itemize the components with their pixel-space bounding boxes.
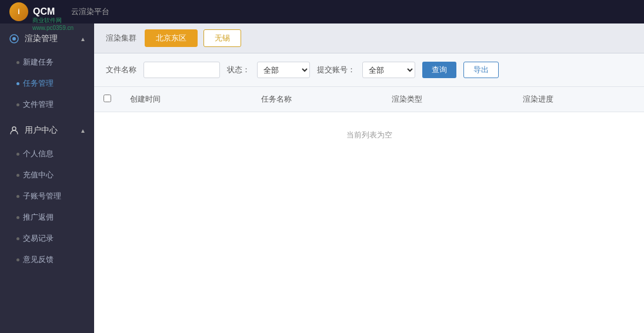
bullet-transactions <box>16 237 19 240</box>
empty-tip: 当前列表为空 <box>94 112 644 159</box>
feedback-label: 意见反馈 <box>23 254 54 265</box>
empty-row: 当前列表为空 <box>94 112 644 159</box>
svg-point-1 <box>12 37 16 41</box>
submit-account-select[interactable]: 全部 <box>362 62 415 78</box>
table-header-row: 创建时间 任务名称 渲染类型 渲染进度 <box>94 87 644 112</box>
task-manage-label: 任务管理 <box>23 78 54 89</box>
recharge-label: 充值中心 <box>23 170 54 180</box>
sidebar-group-user-center[interactable]: 用户中心 ▲ <box>0 117 94 143</box>
cluster-bar: 渲染集群 北京东区 无锡 <box>94 23 644 53</box>
sidebar-item-personal-info[interactable]: 个人信息 <box>0 143 94 164</box>
sidebar-section-render: 渲染管理 ▲ 新建任务 任务管理 文件管理 <box>0 26 94 115</box>
sidebar-item-file-manage[interactable]: 文件管理 <box>0 94 94 115</box>
table-body: 当前列表为空 <box>94 112 644 159</box>
cluster-label: 渲染集群 <box>106 33 136 43</box>
file-name-input[interactable] <box>144 62 220 78</box>
logo-area: i QCM 云渲染平台 <box>9 2 109 21</box>
sidebar: 渲染管理 ▲ 新建任务 任务管理 文件管理 <box>0 23 94 333</box>
bullet-referral <box>16 216 19 219</box>
new-task-label: 新建任务 <box>23 57 54 68</box>
transactions-label: 交易记录 <box>23 233 54 244</box>
top-header: i QCM 云渲染平台 <box>0 0 644 23</box>
content-area: 渲染集群 北京东区 无锡 文件名称 状态： 全部 渲染中 已完成 已失败 提交账… <box>94 23 644 333</box>
status-select[interactable]: 全部 渲染中 已完成 已失败 <box>257 62 310 78</box>
user-center-icon <box>8 125 20 136</box>
bullet-feedback <box>16 258 19 261</box>
cluster-tab-wuxi[interactable]: 无锡 <box>203 29 241 47</box>
table-header-render-progress: 渲染进度 <box>513 87 645 112</box>
query-button[interactable]: 查询 <box>422 62 456 78</box>
sidebar-group-render-manage[interactable]: 渲染管理 ▲ <box>0 26 94 52</box>
sidebar-item-transactions[interactable]: 交易记录 <box>0 228 94 249</box>
table-header-render-type: 渲染类型 <box>382 87 513 112</box>
sidebar-item-referral[interactable]: 推广返佣 <box>0 207 94 228</box>
table-header-checkbox <box>94 87 121 112</box>
render-manage-chevron: ▲ <box>80 36 86 42</box>
export-button[interactable]: 导出 <box>463 62 499 78</box>
file-manage-label: 文件管理 <box>23 99 54 110</box>
table-container: 创建时间 任务名称 渲染类型 渲染进度 当前列表为空 <box>94 87 644 333</box>
bullet-new-task <box>16 61 19 64</box>
render-manage-label: 渲染管理 <box>25 33 58 44</box>
select-all-checkbox[interactable] <box>104 95 111 102</box>
sidebar-item-recharge[interactable]: 充值中心 <box>0 164 94 186</box>
bullet-sub-account <box>16 195 19 198</box>
submit-account-label: 提交账号： <box>317 65 355 75</box>
svg-point-2 <box>12 127 16 130</box>
status-label: 状态： <box>227 65 250 75</box>
header-nav: 云渲染平台 <box>71 6 109 17</box>
cluster-tab-beijing-east[interactable]: 北京东区 <box>145 29 198 47</box>
table-header-task-name: 任务名称 <box>252 87 383 112</box>
referral-label: 推广返佣 <box>23 212 54 223</box>
user-center-chevron: ▲ <box>80 127 86 134</box>
sidebar-item-feedback[interactable]: 意见反馈 <box>0 249 94 270</box>
bullet-recharge <box>16 174 19 177</box>
bullet-personal-info <box>16 153 19 156</box>
sidebar-item-new-task[interactable]: 新建任务 <box>0 52 94 73</box>
personal-info-label: 个人信息 <box>23 149 54 159</box>
logo-abbr: i <box>18 8 19 16</box>
filter-bar: 文件名称 状态： 全部 渲染中 已完成 已失败 提交账号： 全部 查询 导出 <box>94 53 644 87</box>
user-center-label: 用户中心 <box>25 125 58 136</box>
file-name-label: 文件名称 <box>106 65 136 75</box>
sidebar-item-sub-account[interactable]: 子账号管理 <box>0 186 94 207</box>
bullet-file-manage <box>16 103 19 106</box>
data-table: 创建时间 任务名称 渲染类型 渲染进度 当前列表为空 <box>94 87 644 158</box>
sidebar-item-task-manage[interactable]: 任务管理 <box>0 73 94 94</box>
sub-account-label: 子账号管理 <box>23 191 61 201</box>
bullet-task-manage <box>16 82 19 85</box>
logo-text: QCM <box>33 6 55 17</box>
table-header-create-time: 创建时间 <box>121 87 252 112</box>
logo-icon: i <box>9 2 28 21</box>
sidebar-section-user: 用户中心 ▲ 个人信息 充值中心 子账号管理 推广返佣 交易记录 <box>0 117 94 270</box>
main-layout: 渲染管理 ▲ 新建任务 任务管理 文件管理 <box>0 23 644 333</box>
render-manage-icon <box>8 33 20 45</box>
